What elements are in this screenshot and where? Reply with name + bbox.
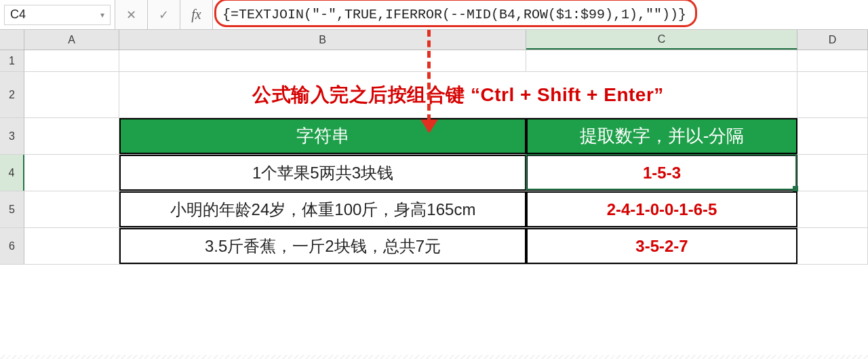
- sheet-body: 1 2 公式输入完之后按组合键 “Ctrl + Shift + Enter” 3…: [0, 50, 868, 265]
- cell-B4[interactable]: 1个苹果5两共3块钱: [119, 155, 526, 191]
- formula-buttons: ✕ ✓ fx: [115, 0, 213, 29]
- chevron-down-icon[interactable]: ▾: [100, 10, 104, 20]
- formula-input-container: [213, 0, 868, 29]
- torn-edge-decoration: [0, 355, 868, 359]
- select-all-corner[interactable]: [0, 30, 24, 50]
- fx-icon: fx: [191, 7, 201, 22]
- cell-D2[interactable]: [797, 72, 868, 117]
- row-2: 2 公式输入完之后按组合键 “Ctrl + Shift + Enter”: [0, 72, 868, 118]
- name-box-container: C4 ▾: [0, 0, 115, 29]
- row-header-4[interactable]: 4: [0, 155, 24, 191]
- cell-D3[interactable]: [797, 118, 868, 154]
- cell-B1[interactable]: [119, 50, 526, 71]
- cell-D6[interactable]: [797, 228, 868, 264]
- table-cell-string-0: 1个苹果5两共3块钱: [252, 162, 393, 184]
- table-cell-string-2: 3.5斤香蕉，一斤2块钱，总共7元: [205, 235, 441, 257]
- close-icon: ✕: [126, 7, 136, 22]
- column-header-B[interactable]: B: [119, 30, 526, 50]
- cell-C4[interactable]: 1-5-3: [526, 155, 797, 191]
- row-6: 6 3.5斤香蕉，一斤2块钱，总共7元 3-5-2-7: [0, 228, 868, 265]
- table-cell-result-2: 3-5-2-7: [635, 237, 688, 256]
- enter-button[interactable]: ✓: [148, 0, 180, 30]
- column-header-D[interactable]: D: [797, 30, 868, 50]
- cell-D5[interactable]: [797, 191, 868, 227]
- cell-A6[interactable]: [24, 228, 119, 264]
- cell-A3[interactable]: [24, 118, 119, 154]
- table-cell-string-1: 小明的年龄24岁，体重100斤，身高165cm: [170, 199, 476, 221]
- row-header-2[interactable]: 2: [0, 72, 24, 117]
- name-box[interactable]: C4 ▾: [4, 5, 111, 25]
- row-1: 1: [0, 50, 868, 72]
- cell-B5[interactable]: 小明的年龄24岁，体重100斤，身高165cm: [119, 191, 526, 227]
- cell-C1[interactable]: [526, 50, 797, 71]
- cell-C3[interactable]: 提取数字，并以-分隔: [526, 118, 797, 154]
- row-3: 3 字符串 提取数字，并以-分隔: [0, 118, 868, 155]
- table-header-string: 字符串: [296, 124, 349, 148]
- column-header-row: A B C D: [0, 30, 868, 50]
- cell-A5[interactable]: [24, 191, 119, 227]
- table-cell-result-1: 2-4-1-0-0-1-6-5: [607, 200, 717, 219]
- row-header-3[interactable]: 3: [0, 118, 24, 154]
- row-5: 5 小明的年龄24岁，体重100斤，身高165cm 2-4-1-0-0-1-6-…: [0, 191, 868, 228]
- cell-B6[interactable]: 3.5斤香蕉，一斤2块钱，总共7元: [119, 228, 526, 264]
- row-header-6[interactable]: 6: [0, 228, 24, 264]
- row-4: 4 1个苹果5两共3块钱 1-5-3: [0, 155, 868, 191]
- cell-A1[interactable]: [24, 50, 119, 71]
- cell-B3[interactable]: 字符串: [119, 118, 526, 154]
- cell-D4[interactable]: [797, 155, 868, 191]
- cell-C6[interactable]: 3-5-2-7: [526, 228, 797, 264]
- row-header-1[interactable]: 1: [0, 50, 24, 71]
- insert-function-button[interactable]: fx: [180, 0, 213, 30]
- table-header-result: 提取数字，并以-分隔: [580, 124, 745, 148]
- check-icon: ✓: [159, 7, 169, 22]
- table-cell-result-0: 1-5-3: [643, 164, 681, 183]
- name-box-value: C4: [10, 7, 26, 22]
- cell-B2-C2-merged[interactable]: 公式输入完之后按组合键 “Ctrl + Shift + Enter”: [119, 72, 797, 117]
- cancel-button[interactable]: ✕: [115, 0, 148, 30]
- column-header-A[interactable]: A: [24, 30, 119, 50]
- cell-D1[interactable]: [797, 50, 868, 71]
- row-header-5[interactable]: 5: [0, 191, 24, 227]
- cell-A4[interactable]: [24, 155, 119, 191]
- formula-input[interactable]: [217, 4, 868, 25]
- instruction-text: 公式输入完之后按组合键 “Ctrl + Shift + Enter”: [252, 82, 664, 108]
- spreadsheet-grid[interactable]: A B C D 1 2 公式输入完之后按组合键 “Ctrl + Shift + …: [0, 30, 868, 359]
- column-header-C[interactable]: C: [526, 30, 797, 50]
- formula-bar: C4 ▾ ✕ ✓ fx: [0, 0, 868, 30]
- cell-C5[interactable]: 2-4-1-0-0-1-6-5: [526, 191, 797, 227]
- cell-A2[interactable]: [24, 72, 119, 117]
